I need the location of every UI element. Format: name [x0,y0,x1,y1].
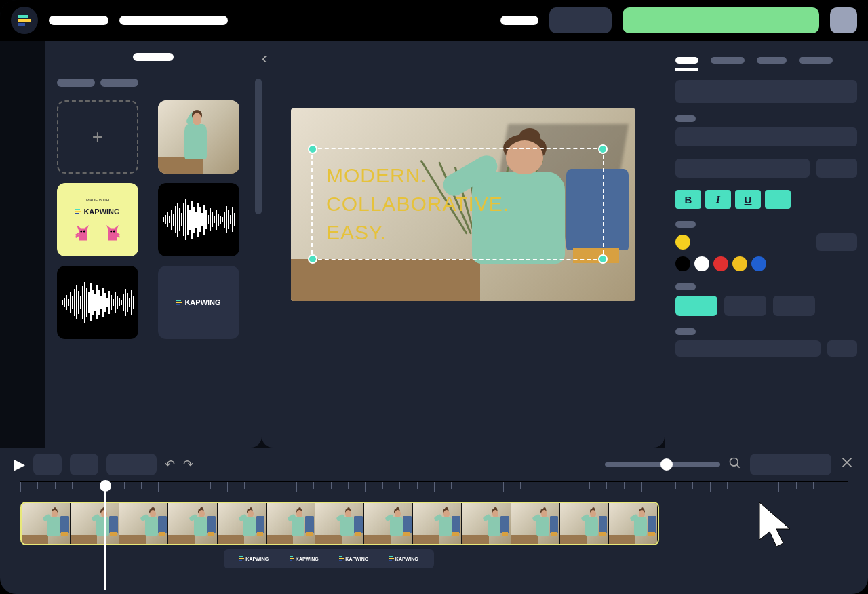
color-yellow[interactable] [732,256,747,271]
resize-handle-br[interactable] [598,254,608,264]
color-hex-input[interactable] [816,233,857,251]
tab-timing[interactable] [757,57,787,64]
playhead[interactable] [104,481,106,590]
media-tab-images[interactable] [100,79,138,87]
svg-point-3 [113,231,115,233]
zoom-thumb[interactable] [660,458,673,471]
video-track[interactable] [20,502,659,545]
timeline-controls: ▶ ↶ ↷ [0,448,868,481]
format-button-4[interactable] [765,190,791,209]
color-red[interactable] [713,256,728,271]
tl-chip-2[interactable] [70,454,98,475]
opacity-label [675,328,696,335]
tl-chip-3[interactable] [106,454,157,475]
properties-panel: B I U [665,41,868,448]
bold-button[interactable]: B [675,190,701,209]
timeline-ruler[interactable] [20,481,848,498]
style-option-2[interactable] [724,296,766,316]
scrollbar[interactable] [255,79,262,214]
close-timeline-icon[interactable] [840,455,854,474]
size-input[interactable] [675,127,857,146]
selected-color[interactable] [675,235,690,250]
font-select[interactable] [675,80,857,103]
style-label [675,283,696,290]
media-thumb-video[interactable] [158,100,239,174]
resize-handle-tl[interactable] [308,144,317,154]
media-thumb-audio-2[interactable] [57,266,138,339]
app-window: ‹ + [0,0,868,594]
opacity-slider[interactable] [675,340,821,357]
header [0,0,868,41]
timeline: ▶ ↶ ↷ KAPWINGKAPWINGKAPWINGKAPWING [0,448,868,594]
collapse-panel-icon[interactable]: ‹ [262,49,267,68]
style-active[interactable] [675,296,717,316]
tl-chip-1[interactable] [33,454,62,475]
media-tab-upload[interactable] [57,79,95,87]
svg-point-0 [80,231,82,233]
spacing-input[interactable] [816,159,857,178]
add-media-button[interactable]: + [57,100,138,174]
media-grid: + MADE WITH KA [45,92,262,347]
size-label [675,115,696,122]
header-btn-secondary[interactable] [549,7,612,33]
tool-sidebar [0,41,45,448]
project-title[interactable] [49,16,108,25]
underline-button[interactable]: U [735,190,761,209]
tl-chip-time[interactable] [750,454,831,475]
tab-edit[interactable] [675,57,698,64]
play-button[interactable]: ▶ [14,456,25,473]
svg-point-1 [83,231,85,233]
header-label [500,16,538,25]
overlay-track[interactable]: KAPWINGKAPWINGKAPWINGKAPWING [224,549,434,568]
svg-line-5 [737,464,740,467]
media-panel-title [133,53,174,61]
svg-point-4 [730,458,738,466]
media-thumb-kapwing-dark[interactable]: KAPWING [158,266,239,339]
undo-button[interactable]: ↶ [165,457,175,472]
resize-handle-bl[interactable] [308,254,317,264]
color-black[interactable] [675,256,690,271]
color-blue[interactable] [751,256,766,271]
main-content: ‹ + [0,41,868,448]
app-logo[interactable] [11,7,38,34]
color-white[interactable] [694,256,709,271]
header-btn-primary[interactable] [623,7,819,33]
search-icon[interactable] [728,456,742,473]
style-option-3[interactable] [773,296,815,316]
text-element[interactable]: MODERN. COLLABORATIVE. EASY. [311,148,604,260]
resize-handle-tr[interactable] [598,144,608,154]
tab-animate[interactable] [799,57,833,64]
italic-button[interactable]: I [705,190,731,209]
canvas-area[interactable]: MODERN. COLLABORATIVE. EASY. [262,41,665,448]
media-thumb-kapwing[interactable]: MADE WITH KAPWING [57,183,138,256]
breadcrumb[interactable] [119,16,228,25]
avatar[interactable] [830,7,857,33]
align-select[interactable] [675,159,810,178]
media-panel: ‹ + [45,41,262,448]
canvas[interactable]: MODERN. COLLABORATIVE. EASY. [291,108,635,301]
color-label [675,221,696,228]
tab-effects[interactable] [711,57,745,64]
svg-point-2 [110,231,112,233]
media-thumb-audio-1[interactable] [158,183,239,256]
plus-icon: + [92,126,103,148]
opacity-value[interactable] [827,340,857,357]
redo-button[interactable]: ↷ [183,457,193,472]
zoom-slider[interactable] [605,462,720,467]
cursor-icon [753,499,800,553]
